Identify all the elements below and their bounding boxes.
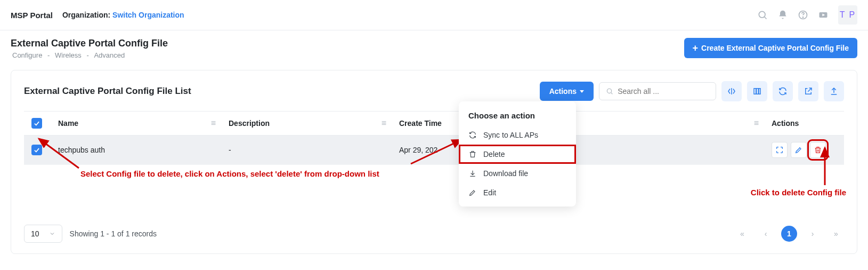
row-checkbox[interactable]: [31, 145, 42, 155]
search-input[interactable]: [618, 87, 709, 96]
org-label: Organization:: [62, 11, 110, 19]
create-button[interactable]: + Create External Captive Portal Config …: [684, 38, 857, 58]
row-expand-icon[interactable]: [772, 142, 788, 158]
upload-icon[interactable]: [824, 81, 844, 101]
actions-dropdown: Choose an action Sync to ALL APs Delete …: [459, 101, 576, 207]
svg-point-0: [759, 11, 765, 18]
pager-next-icon[interactable]: ›: [805, 226, 821, 242]
dropdown-item-label: Sync to ALL APs: [483, 131, 538, 139]
list-title: External Captive Portal Config File List: [24, 86, 191, 97]
svg-line-7: [611, 93, 613, 94]
page-size-value: 10: [31, 229, 39, 238]
annotation-text: Select Config file to delete, click on A…: [80, 169, 379, 178]
svg-rect-8: [754, 89, 756, 94]
column-menu-icon[interactable]: ≡: [754, 118, 759, 128]
column-menu-icon[interactable]: ≡: [382, 118, 386, 128]
column-header-name[interactable]: Name ≡: [51, 112, 221, 136]
breadcrumb: Configure - Wireless - Advanced: [11, 51, 168, 59]
help-icon[interactable]: [798, 10, 808, 20]
annotation-text: Click to delete Config file: [751, 188, 846, 197]
external-link-icon[interactable]: [798, 81, 818, 101]
svg-rect-10: [759, 89, 760, 94]
page-title: External Captive Portal Config File: [11, 38, 168, 49]
dropdown-item-download[interactable]: Download file: [459, 164, 576, 183]
video-icon[interactable]: [818, 10, 829, 20]
config-table: Name ≡ Description ≡ Create Time ≡ Actio…: [24, 111, 844, 165]
sync-icon: [468, 131, 477, 139]
search-box[interactable]: [599, 82, 716, 100]
svg-point-6: [607, 89, 611, 93]
collapse-columns-icon[interactable]: [721, 81, 742, 101]
dropdown-item-delete[interactable]: Delete: [459, 145, 576, 164]
trash-icon: [468, 150, 477, 158]
topbar: MSP Portal Organization: Switch Organiza…: [0, 0, 868, 30]
caret-down-icon: [580, 90, 584, 93]
plus-icon: +: [693, 43, 699, 53]
create-button-label: Create External Captive Portal Config Fi…: [701, 44, 849, 52]
pager-first-icon[interactable]: «: [734, 226, 750, 242]
breadcrumb-item[interactable]: Advanced: [94, 51, 125, 59]
dropdown-item-label: Delete: [483, 150, 505, 158]
table-row[interactable]: techpubs auth - Apr 29, 202: [24, 136, 844, 165]
refresh-icon[interactable]: [773, 81, 793, 101]
actions-button[interactable]: Actions: [540, 82, 594, 101]
list-panel: External Captive Portal Config File List…: [11, 70, 857, 254]
dropdown-item-sync[interactable]: Sync to ALL APs: [459, 125, 576, 145]
page-header: External Captive Portal Config File Conf…: [0, 30, 868, 63]
download-icon: [468, 169, 477, 178]
pager-last-icon[interactable]: »: [828, 226, 844, 242]
breadcrumb-item[interactable]: Configure: [12, 51, 42, 59]
bell-icon[interactable]: [777, 10, 788, 20]
column-header-actions: Actions: [764, 112, 844, 136]
column-header-description[interactable]: Description ≡: [221, 112, 392, 136]
svg-point-3: [802, 17, 803, 18]
dropdown-title: Choose an action: [459, 109, 576, 125]
select-all-checkbox[interactable]: [31, 118, 42, 129]
column-menu-icon[interactable]: ≡: [211, 118, 216, 128]
actions-button-label: Actions: [549, 87, 577, 96]
records-text: Showing 1 - 1 of 1 records: [70, 229, 157, 238]
cell-name: techpubs auth: [51, 136, 221, 165]
pager-prev-icon[interactable]: ‹: [758, 226, 774, 242]
search-icon[interactable]: [757, 10, 768, 20]
page-size-select[interactable]: 10: [24, 225, 62, 243]
cell-description: -: [221, 136, 392, 165]
chevron-down-icon: [49, 231, 55, 237]
dropdown-item-label: Edit: [483, 188, 496, 197]
row-delete-icon[interactable]: [810, 142, 826, 158]
dropdown-item-edit[interactable]: Edit: [459, 183, 576, 202]
org-container: Organization: Switch Organization: [62, 11, 184, 19]
column-header-spacer: ≡: [743, 112, 764, 136]
svg-line-1: [765, 17, 767, 19]
table-footer: 10 Showing 1 - 1 of 1 records « ‹ 1 › »: [24, 218, 844, 243]
columns-icon[interactable]: [747, 81, 767, 101]
portal-name: MSP Portal: [11, 11, 53, 20]
switch-organization-link[interactable]: Switch Organization: [112, 11, 184, 19]
dropdown-item-label: Download file: [483, 169, 528, 178]
breadcrumb-item[interactable]: Wireless: [55, 51, 82, 59]
pager-page-1[interactable]: 1: [781, 226, 797, 242]
magnifier-icon: [606, 87, 613, 96]
svg-rect-9: [757, 89, 759, 94]
row-edit-icon[interactable]: [791, 142, 807, 158]
avatar[interactable]: T P: [838, 5, 857, 25]
pencil-icon: [468, 188, 477, 197]
